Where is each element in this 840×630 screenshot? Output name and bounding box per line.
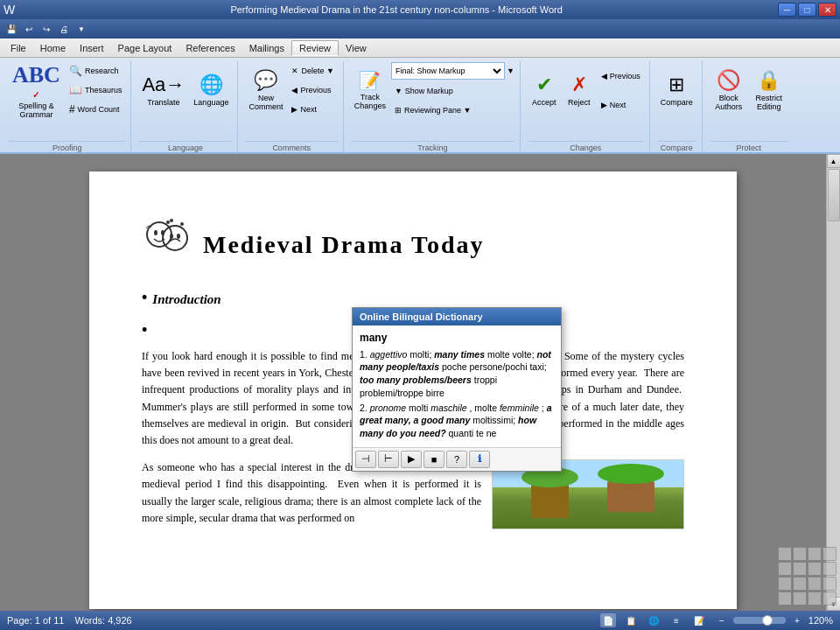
final-show-markup-select[interactable]: Final: Show Markup Final Original: Show … <box>391 62 505 80</box>
save-qa-button[interactable]: 💾 <box>4 22 19 36</box>
block-authors-icon: 🚫 <box>717 69 740 92</box>
numpad-cell <box>778 547 792 561</box>
view-draft-button[interactable]: 📝 <box>691 613 707 627</box>
menu-insert[interactable]: Insert <box>73 41 111 55</box>
dictionary-word: many <box>360 331 554 346</box>
show-markup-icon: ▼ <box>395 87 402 95</box>
scroll-up-button[interactable]: ▲ <box>827 154 841 168</box>
svg-point-6 <box>166 220 170 224</box>
zoom-slider[interactable] <box>733 617 786 624</box>
view-full-screen-button[interactable]: 📋 <box>623 613 639 627</box>
view-web-layout-button[interactable]: 🌐 <box>646 613 662 627</box>
dictionary-entry-1: 1. aggettivo molti; many times molte vol… <box>360 348 554 400</box>
close-button[interactable]: ✕ <box>818 3 836 17</box>
accept-button[interactable]: ✔ Accept <box>528 61 561 119</box>
compare-label: Compare <box>661 98 693 107</box>
delete-comment-icon: ✕ <box>291 66 298 75</box>
entry-2-prefix: pronome <box>370 402 406 413</box>
femminile: femminile <box>500 402 539 413</box>
menu-file[interactable]: File <box>4 41 33 55</box>
next-comment-button[interactable]: ▶ Next <box>288 101 337 118</box>
show-markup-label: Show Markup <box>405 87 453 95</box>
title-bar-icon: W <box>4 3 15 17</box>
redo-qa-button[interactable]: ↪ <box>38 22 54 36</box>
document-area: Medieval Drama Today • Introduction • If… <box>0 154 840 611</box>
numpad-cell <box>822 547 836 561</box>
ribbon-group-tracking: 📝 TrackChanges Final: Show Markup Final … <box>346 61 521 152</box>
word-count-button[interactable]: # Word Count <box>66 101 126 118</box>
status-bar-right: 📄 📋 🌐 ≡ 📝 − + 120% <box>600 613 833 627</box>
dict-play-button[interactable]: ▶ <box>401 451 422 468</box>
restore-button[interactable]: □ <box>798 3 816 17</box>
dict-help-button[interactable]: ? <box>446 451 467 468</box>
next-change-label: Next <box>610 101 626 109</box>
dict-stop-button[interactable]: ■ <box>424 451 444 468</box>
block-authors-label: BlockAuthors <box>715 94 742 111</box>
scroll-thumb[interactable] <box>828 169 840 221</box>
compare-icon: ⊞ <box>668 74 684 96</box>
bullet-2: • <box>142 321 147 340</box>
prev-change-icon: ◀ <box>601 72 607 80</box>
delete-comment-button[interactable]: ✕ Delete ▼ <box>288 62 337 80</box>
research-button[interactable]: 🔍 Research <box>66 62 126 80</box>
next-change-button[interactable]: ▶ Next <box>598 96 644 114</box>
numpad-cell <box>808 577 822 591</box>
zoom-out-button[interactable]: − <box>714 613 730 627</box>
spelling-grammar-button[interactable]: ABC ✓ Spelling &Grammar <box>9 61 64 119</box>
compare-button[interactable]: ⊞ Compare <box>657 61 696 119</box>
scroll-track[interactable] <box>827 168 841 597</box>
translate-button[interactable]: Aa→ Translate <box>138 61 188 119</box>
customize-qa-button[interactable]: ▼ <box>74 22 89 36</box>
menu-page-layout[interactable]: Page Layout <box>111 41 179 55</box>
svg-point-8 <box>180 222 184 226</box>
spelling-grammar-icon: ABC <box>12 62 60 88</box>
numpad-cell <box>793 577 807 591</box>
track-changes-button[interactable]: 📝 TrackChanges <box>351 61 389 119</box>
dictionary-title: Online Bilingual Dictionary <box>360 312 483 322</box>
thesaurus-icon: 📖 <box>69 84 82 96</box>
menu-review[interactable]: Review <box>291 40 339 56</box>
title-bar: W Performing Medieval Drama in the 21st … <box>0 0 840 19</box>
language-button[interactable]: 🌐 Language <box>190 61 232 119</box>
show-markup-button[interactable]: ▼ Show Markup <box>391 82 514 100</box>
great-many-trans: moltissimi; <box>472 415 518 425</box>
svg-point-3 <box>161 230 164 235</box>
ribbon-group-changes: ✔ Accept ✗ Reject ◀ Previous ▶ Next <box>522 61 650 152</box>
protect-items: 🚫 BlockAuthors 🔒 RestrictEditing <box>710 61 788 139</box>
svg-point-7 <box>170 219 173 222</box>
spelling-grammar-label: Spelling &Grammar <box>18 102 54 119</box>
language-items: Aa→ Translate 🌐 Language <box>138 61 232 139</box>
new-comment-button[interactable]: 💬 NewComment <box>245 61 286 119</box>
theater-masks-icon <box>142 215 194 275</box>
menu-home[interactable]: Home <box>33 41 73 55</box>
reject-button[interactable]: ✗ Reject <box>563 61 596 119</box>
minimize-button[interactable]: ─ <box>778 3 796 17</box>
dict-forward-button[interactable]: ⊢ <box>378 451 399 468</box>
dictionary-body: many 1. aggettivo molti; many times molt… <box>353 326 561 447</box>
zoom-in-button[interactable]: + <box>789 613 805 627</box>
entry-2-num: 2. <box>360 402 370 413</box>
menu-view[interactable]: View <box>339 41 374 55</box>
view-outline-button[interactable]: ≡ <box>668 613 684 627</box>
svg-point-1 <box>163 226 187 250</box>
undo-qa-button[interactable]: ↩ <box>21 22 37 36</box>
thesaurus-button[interactable]: 📖 Thesaurus <box>66 81 126 99</box>
svg-point-5 <box>177 234 180 239</box>
menu-bar: File Home Insert Page Layout References … <box>0 38 840 58</box>
view-print-layout-button[interactable]: 📄 <box>600 613 616 627</box>
prev-change-button[interactable]: ◀ Previous <box>598 67 644 85</box>
dict-info-button[interactable]: ℹ <box>469 451 490 468</box>
prev-change-label: Previous <box>610 72 640 80</box>
dict-back-button[interactable]: ⊣ <box>355 451 376 468</box>
menu-mailings[interactable]: Mailings <box>242 41 291 55</box>
translate-icon: Aa→ <box>142 74 185 96</box>
ribbon-group-protect: 🚫 BlockAuthors 🔒 RestrictEditing Protect <box>704 61 794 152</box>
prev-comment-button[interactable]: ◀ Previous <box>288 81 337 99</box>
prev-comment-label: Previous <box>300 86 331 94</box>
print-qa-button[interactable]: 🖨 <box>56 22 72 36</box>
menu-references[interactable]: References <box>178 41 242 55</box>
block-authors-button[interactable]: 🚫 BlockAuthors <box>710 61 748 119</box>
restrict-editing-button[interactable]: 🔒 RestrictEditing <box>750 61 788 119</box>
comma-sep: , molte <box>470 402 500 413</box>
reviewing-pane-button[interactable]: ⊞ Reviewing Pane ▼ <box>391 102 514 119</box>
